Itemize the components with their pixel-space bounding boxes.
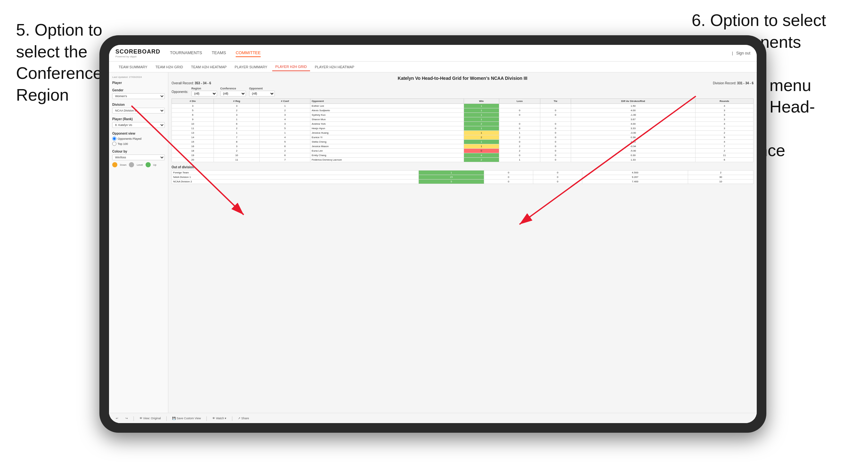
view-original-btn[interactable]: 👁 View: Original <box>137 416 163 421</box>
cell-tie: 0 <box>540 122 571 126</box>
cell-tie: 0 <box>540 144 571 149</box>
cell-diff: -0.94 <box>571 144 695 149</box>
out-of-division-row: Foreign Team 1 0 0 4.500 2 <box>172 170 753 175</box>
player-label: Player <box>112 81 165 85</box>
cell-win: 2 <box>464 135 499 140</box>
table-row: 3 3 1 Esther Lee 1 1.50 4 <box>172 104 753 108</box>
cell-win: 1 <box>464 144 499 149</box>
out-of-division-table: Foreign Team 1 0 0 4.500 2 NAIA Division… <box>172 170 753 184</box>
annotation-left-line4: Region <box>16 86 69 104</box>
colour-level-label: Level <box>136 163 143 166</box>
sign-out-link[interactable]: Sign out <box>736 51 750 56</box>
cell-out-name: Foreign Team <box>172 170 419 175</box>
cell-out-tie: 0 <box>533 170 582 175</box>
radio-opponents-played[interactable]: Opponents Played <box>112 136 165 141</box>
cell-rounds: 7 <box>695 144 753 149</box>
cell-reg: 10 <box>214 153 259 158</box>
cell-loss: 1 <box>499 158 540 162</box>
grid-title: Katelyn Vo Head-to-Head Grid for Women's… <box>172 75 753 81</box>
header-right: | Sign out <box>732 51 750 56</box>
nav-tournaments[interactable]: TOURNAMENTS <box>170 49 202 57</box>
cell-opponent: Stella Cheng <box>310 140 464 144</box>
subnav-team-h2h-grid[interactable]: TEAM H2H GRID <box>152 63 186 71</box>
cell-opponent: Sharon Mun <box>310 117 464 122</box>
subnav-player-h2h-heatmap[interactable]: PLAYER H2H HEATMAP <box>312 63 358 71</box>
cell-diff: 1.33 <box>571 158 695 162</box>
table-row: 5 2 2 Alexis Sudjianto 1 0 0 4.00 3 <box>172 108 753 113</box>
nav-teams[interactable]: TEAMS <box>212 49 226 57</box>
division-dropdown[interactable]: NCAA Division III <box>112 108 165 114</box>
undo-btn[interactable]: ↩ <box>114 416 120 421</box>
opponent-select[interactable]: (All) <box>249 91 275 96</box>
opponent-label: Opponent <box>249 87 275 90</box>
cell-out-tie: 0 <box>533 180 582 184</box>
col-rounds: Rounds <box>695 99 753 104</box>
cell-loss: 0 <box>499 153 540 158</box>
cell-conf: 6 <box>260 153 310 158</box>
cell-loss: 0 <box>499 108 540 113</box>
cell-loss <box>499 117 540 122</box>
cell-win: 1 <box>464 117 499 122</box>
colour-legend: Down Level Up <box>112 162 165 167</box>
division-label: Division <box>112 103 165 106</box>
subnav-player-summary[interactable]: PLAYER SUMMARY <box>231 63 271 71</box>
cell-rounds: 3 <box>695 113 753 117</box>
cell-loss: 2 <box>499 149 540 153</box>
cell-tie: 0 <box>540 140 571 144</box>
cell-tie: 0 <box>540 108 571 113</box>
cell-reg: 2 <box>214 126 259 131</box>
sub-nav: TEAM SUMMARY TEAM H2H GRID TEAM H2H HEAT… <box>109 62 757 72</box>
cell-out-diff: 4.500 <box>582 170 688 175</box>
radio-top100[interactable]: Top 100 <box>112 142 165 146</box>
player-rank-dropdown[interactable]: 8. Katelyn Vo <box>112 122 165 128</box>
cell-out-diff: 9.267 <box>582 175 688 180</box>
region-select[interactable]: (All) <box>191 91 217 96</box>
cell-rounds: 3 <box>695 108 753 113</box>
cell-tie: 0 <box>540 113 571 117</box>
share-btn[interactable]: ↗ Share <box>236 416 251 421</box>
colour-up-label: Up <box>153 163 156 166</box>
watch-btn[interactable]: 👁 Watch ▾ <box>210 416 228 421</box>
cell-div: 11 <box>172 126 214 131</box>
cell-div: 20 <box>172 158 214 162</box>
cell-div: 9 <box>172 117 214 122</box>
subnav-player-h2h-grid[interactable]: PLAYER H2H GRID <box>272 63 310 71</box>
cell-win: 1 <box>464 108 499 113</box>
cell-reg: 3 <box>214 113 259 117</box>
tablet-screen: SCOREBOARD Powered by clippd TOURNAMENTS… <box>109 45 757 423</box>
cell-reg: 2 <box>214 108 259 113</box>
cell-tie: 0 <box>540 131 571 135</box>
colour-by-dropdown[interactable]: Win/loss <box>112 155 165 160</box>
cell-win: 1 <box>464 131 499 135</box>
cell-out-rounds: 2 <box>688 170 753 175</box>
conference-select[interactable]: (All) <box>220 91 246 96</box>
redo-btn[interactable]: ↪ <box>123 416 130 421</box>
filter-row: Opponents: Region (All) Conference (All) <box>172 87 753 96</box>
grid-records: Overall Record: 353 - 34 - 6 Division Re… <box>172 82 753 85</box>
opponent-view-radio-group: Opponents Played Top 100 <box>112 136 165 146</box>
cell-conf: 6 <box>260 144 310 149</box>
logo-sub: Powered by clippd <box>116 55 160 58</box>
cell-loss: 0 <box>499 113 540 117</box>
cell-div: 19 <box>172 153 214 158</box>
cell-div: 13 <box>172 131 214 135</box>
nav-committee[interactable]: COMMITTEE <box>236 49 261 57</box>
annotation-left-line2: select the <box>16 42 88 61</box>
gender-dropdown[interactable]: Women's <box>112 93 165 99</box>
table-row: 13 1 1 Jessica Huang 1 1 0 -3.00 2 <box>172 131 753 135</box>
subnav-team-summary[interactable]: TEAM SUMMARY <box>116 63 151 71</box>
cell-opponent: Esther Lee <box>310 104 464 108</box>
cell-diff: 0.38 <box>571 135 695 140</box>
save-custom-view-btn[interactable]: 💾 Save Custom View <box>170 416 203 421</box>
cell-rounds: 4 <box>695 104 753 108</box>
cell-div: 14 <box>172 135 214 140</box>
col-opponent: Opponent <box>310 99 464 104</box>
app-header: SCOREBOARD Powered by clippd TOURNAMENTS… <box>109 45 757 62</box>
col-diff: Diff Av Strokes/Rnd <box>571 99 695 104</box>
cell-div: 15 <box>172 140 214 144</box>
cell-tie: 0 <box>540 158 571 162</box>
subnav-team-h2h-heatmap[interactable]: TEAM H2H HEATMAP <box>188 63 230 71</box>
cell-loss: 0 <box>499 122 540 126</box>
annotation-right-line1: 6. Option to select <box>692 11 826 30</box>
cell-tie <box>540 104 571 108</box>
